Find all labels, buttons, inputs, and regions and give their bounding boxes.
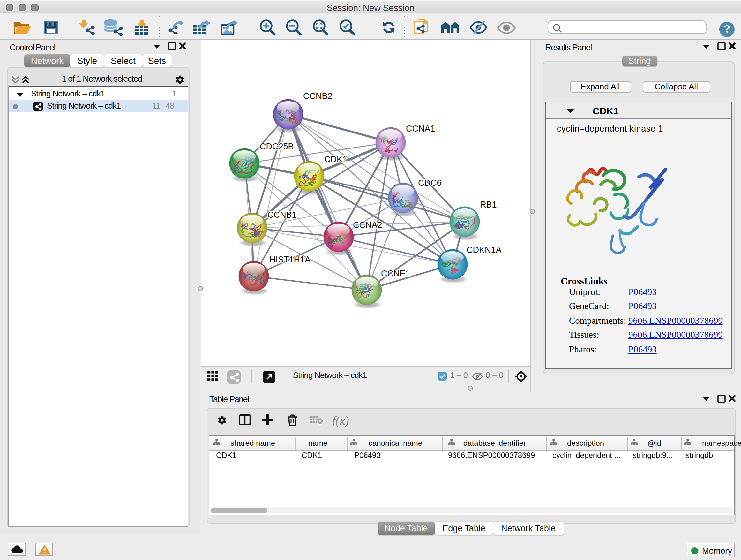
svg-text:CCNB1: CCNB1 xyxy=(267,210,297,220)
svg-text:CCNE1: CCNE1 xyxy=(381,269,410,278)
svg-text:CDC6: CDC6 xyxy=(418,178,442,188)
svg-text:RB1: RB1 xyxy=(480,200,497,209)
svg-text:CCNA1: CCNA1 xyxy=(406,124,435,133)
svg-text:CDKN1A: CDKN1A xyxy=(467,245,502,255)
svg-text:CDC25B: CDC25B xyxy=(260,142,294,151)
svg-text:HIST1H1A: HIST1H1A xyxy=(269,255,311,264)
svg-text:CCNA2: CCNA2 xyxy=(353,220,382,230)
svg-text:CCNB2: CCNB2 xyxy=(303,91,333,101)
svg-text:CDK1: CDK1 xyxy=(324,154,347,164)
